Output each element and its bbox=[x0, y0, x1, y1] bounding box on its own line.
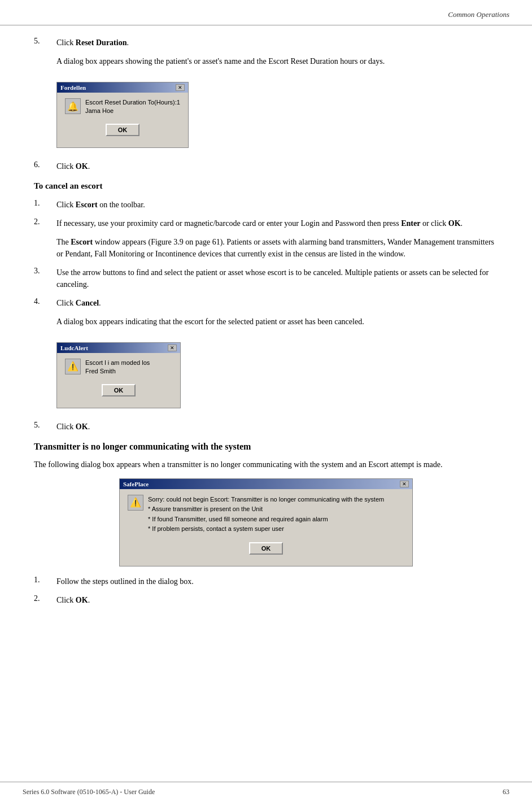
cancel-step-2-text: If necessary, use your proximity card or… bbox=[56, 217, 498, 229]
cancel-step-2-bold1: Enter bbox=[401, 219, 420, 228]
cancel-step-5-after: . bbox=[88, 422, 90, 431]
cancel-step-1-after: on the toolbar. bbox=[98, 200, 145, 209]
cancel-step-4-after: . bbox=[99, 299, 101, 307]
dialog-2-icon: ⚠️ bbox=[65, 359, 81, 374]
cancel-step-2-bold2: OK bbox=[448, 219, 461, 228]
dialog-3-messages: Sorry: could not begin Escort: Transmitt… bbox=[148, 495, 384, 534]
cancel-step-2: 2. If necessary, use your proximity card… bbox=[34, 217, 498, 229]
cancel-step-1-before: Click bbox=[56, 200, 76, 209]
footer-left: Series 6.0 Software (0510-1065-A) - User… bbox=[23, 788, 155, 796]
step-6-before: Click bbox=[56, 162, 76, 171]
cancel-step-2-sub-after: window appears (Figure 3.9 on page 61). … bbox=[56, 238, 494, 258]
cancel-step-4-num: 4. bbox=[34, 297, 56, 309]
dialog-1-icon: 🔔 bbox=[65, 98, 81, 114]
step-6: 6. Click OK. bbox=[34, 160, 498, 172]
dialog-1-message-sub: Jama Hoe bbox=[85, 107, 180, 115]
step-5-reset: 5. Click Reset Duration. bbox=[34, 37, 498, 49]
step-6-num: 6. bbox=[34, 160, 56, 172]
transmitter-step-2-before: Click bbox=[56, 596, 76, 604]
cancel-step-2-sub-before: The bbox=[56, 238, 71, 246]
cancel-step-5-text: Click OK. bbox=[56, 421, 498, 433]
transmitter-step-2-bold: OK bbox=[76, 596, 88, 604]
cancel-step-1-bold: Escort bbox=[76, 200, 98, 209]
cancel-step-1-text: Click Escort on the toolbar. bbox=[56, 199, 498, 211]
dialog-ludc-alert: LudcAlert ✕ ⚠️ Escort l i am moded los F… bbox=[56, 342, 181, 408]
cancel-step-5-before: Click bbox=[56, 422, 76, 431]
cancel-step-5-bold: OK bbox=[76, 422, 88, 431]
transmitter-step-2: 2. Click OK. bbox=[34, 594, 498, 606]
transmitter-step-1-text: Follow the steps outlined in the dialog … bbox=[56, 576, 498, 587]
footer-right: 63 bbox=[503, 788, 509, 796]
transmitter-step-1-num: 1. bbox=[34, 576, 56, 587]
dialog-safeplace: SafePlace ✕ ⚠️ Sorry: could not begin Es… bbox=[119, 478, 413, 566]
dialog-1-titlebar: Fordellen ✕ bbox=[57, 82, 188, 93]
dialog-1-footer: OK bbox=[65, 119, 180, 142]
dialog-3-close-button[interactable]: ✕ bbox=[400, 481, 409, 487]
transmitter-step-2-after: . bbox=[88, 596, 90, 604]
dialog-3-title: SafePlace bbox=[123, 481, 149, 487]
dialog-2-messages: Escort l i am moded los Fred Smith bbox=[85, 359, 150, 376]
dialog-3-line2: * Assure transmitter is present on the U… bbox=[148, 504, 384, 515]
step-5-sub: A dialog box appears showing the patient… bbox=[56, 55, 498, 67]
cancel-step-1-num: 1. bbox=[34, 199, 56, 211]
cancel-step-4-before: Click bbox=[56, 299, 76, 307]
cancel-step-2-sub: The Escort window appears (Figure 3.9 on… bbox=[56, 236, 498, 260]
dialog-2-message2: Fred Smith bbox=[85, 367, 150, 376]
dialog-3-row: ⚠️ Sorry: could not begin Escort: Transm… bbox=[128, 495, 404, 534]
step-6-bold: OK bbox=[76, 162, 88, 171]
transmitter-intro: The following dialog box appears when a … bbox=[34, 459, 498, 470]
cancel-step-2-t2: or click bbox=[420, 219, 448, 228]
section-cancel-heading: To cancel an escort bbox=[34, 181, 498, 191]
cancel-step-3-text: Use the arrow buttons to find and select… bbox=[56, 267, 498, 290]
dialog-3-titlebar: SafePlace ✕ bbox=[120, 479, 412, 489]
step-5-num: 5. bbox=[34, 37, 56, 49]
dialog-3-ok-button[interactable]: OK bbox=[249, 542, 284, 555]
cancel-step-5-num: 5. bbox=[34, 421, 56, 433]
cancel-step-3: 3. Use the arrow buttons to find and sel… bbox=[34, 267, 498, 290]
dialog-3-icon: ⚠️ bbox=[128, 495, 143, 511]
cancel-step-2-sub-bold: Escort bbox=[71, 238, 93, 246]
step-6-after: . bbox=[88, 162, 90, 171]
dialog-2-row: ⚠️ Escort l i am moded los Fred Smith bbox=[65, 359, 172, 376]
header-title: Common Operations bbox=[448, 10, 509, 19]
dialog-1-row: 🔔 Escort Reset Duration To(Hours):1 Jama… bbox=[65, 98, 180, 116]
dialog-1-messages: Escort Reset Duration To(Hours):1 Jama H… bbox=[85, 98, 180, 116]
page-header: Common Operations bbox=[0, 0, 532, 25]
dialog-2-titlebar: LudcAlert ✕ bbox=[57, 343, 180, 353]
cancel-step-4-sub: A dialog box appears indicating that the… bbox=[56, 316, 498, 328]
cancel-step-5: 5. Click OK. bbox=[34, 421, 498, 433]
dialog-3-footer: OK bbox=[128, 538, 404, 560]
step-5-bold: Reset Duration bbox=[76, 38, 127, 47]
dialog-1-ok-button[interactable]: OK bbox=[106, 124, 140, 136]
cancel-step-3-num: 3. bbox=[34, 267, 56, 290]
cancel-step-4-text: Click Cancel. bbox=[56, 297, 498, 309]
cancel-step-2-t1: If necessary, use your proximity card or… bbox=[56, 219, 401, 228]
step-5-before: Click bbox=[56, 38, 76, 47]
step-5-after: . bbox=[127, 38, 129, 47]
main-content: 5. Click Reset Duration. A dialog box ap… bbox=[0, 25, 532, 658]
dialog-2-title: LudcAlert bbox=[60, 345, 88, 351]
dialog-1-close-button[interactable]: ✕ bbox=[176, 84, 185, 91]
page-footer: Series 6.0 Software (0510-1065-A) - User… bbox=[0, 782, 532, 802]
dialog-1-message-label: Escort Reset Duration To(Hours):1 bbox=[85, 98, 180, 107]
step-6-text: Click OK. bbox=[56, 160, 498, 172]
dialog-3-line1: Sorry: could not begin Escort: Transmitt… bbox=[148, 495, 384, 505]
dialog-3-line3: * If found Transmitter, used fill someon… bbox=[148, 515, 384, 525]
transmitter-step-2-text: Click OK. bbox=[56, 594, 498, 606]
dialog-2-close-button[interactable]: ✕ bbox=[168, 345, 177, 351]
dialog-1-body: 🔔 Escort Reset Duration To(Hours):1 Jama… bbox=[57, 93, 188, 147]
transmitter-step-1: 1. Follow the steps outlined in the dial… bbox=[34, 576, 498, 587]
cancel-step-2-t3: . bbox=[461, 219, 463, 228]
dialog-2-body: ⚠️ Escort l i am moded los Fred Smith OK bbox=[57, 353, 180, 408]
transmitter-step-2-num: 2. bbox=[34, 594, 56, 606]
dialog-reset-duration: Fordellen ✕ 🔔 Escort Reset Duration To(H… bbox=[56, 82, 189, 148]
dialog-3-line4: * If problem persists, contact a system … bbox=[148, 524, 384, 534]
dialog-2-ok-button[interactable]: OK bbox=[102, 384, 136, 396]
dialog-2-footer: OK bbox=[65, 380, 172, 402]
dialog-2-message1: Escort l i am moded los bbox=[85, 359, 150, 367]
dialog-1-title: Fordellen bbox=[60, 84, 86, 91]
cancel-step-1: 1. Click Escort on the toolbar. bbox=[34, 199, 498, 211]
dialog-3-body: ⚠️ Sorry: could not begin Escort: Transm… bbox=[120, 489, 412, 566]
cancel-step-4: 4. Click Cancel. bbox=[34, 297, 498, 309]
cancel-step-2-num: 2. bbox=[34, 217, 56, 229]
